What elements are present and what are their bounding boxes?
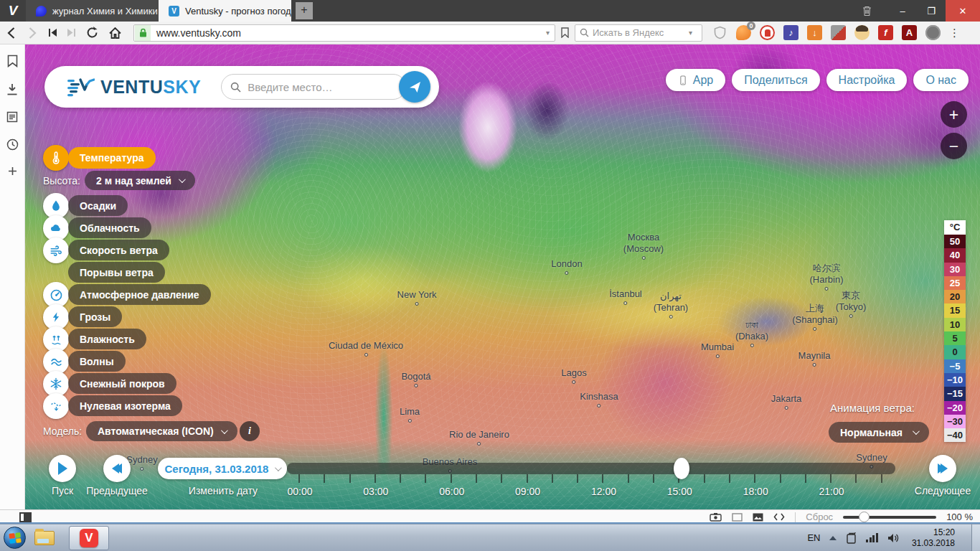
map-zoom-out-button[interactable]: − xyxy=(941,133,967,159)
layer-9[interactable]: Нулевая изотерма xyxy=(68,395,182,416)
model-info-button[interactable]: i xyxy=(240,421,260,441)
notes-panel-icon[interactable] xyxy=(6,111,18,123)
place-search-input[interactable]: Введите место… xyxy=(221,74,406,100)
flash-icon[interactable]: f xyxy=(878,25,893,40)
layer-2[interactable]: Скорость ветра xyxy=(68,240,169,260)
zoom-slider-knob[interactable] xyxy=(859,512,870,522)
rewind-button[interactable] xyxy=(43,28,62,37)
yandex-search-box[interactable]: Искать в Яндекс ▾ xyxy=(575,24,702,42)
address-dropdown-icon[interactable]: ▾ xyxy=(546,29,550,37)
tab-active[interactable]: VVentusky - прогноз погоды xyxy=(159,0,291,22)
geolocate-button[interactable] xyxy=(399,71,430,103)
bookmark-icon[interactable] xyxy=(561,27,569,38)
browser-menu-icon[interactable]: ⋮ xyxy=(949,27,961,39)
city-dot xyxy=(408,419,412,423)
wind-icon[interactable] xyxy=(43,237,69,263)
layer-icon-active[interactable] xyxy=(43,145,69,171)
previous-button[interactable] xyxy=(103,455,131,482)
layer-5[interactable]: Грозы xyxy=(68,306,122,327)
map-zoom-in-button[interactable]: + xyxy=(941,101,967,128)
restore-button[interactable]: ❐ xyxy=(917,0,946,22)
new-tab-button[interactable]: + xyxy=(296,2,313,19)
address-bar[interactable]: www.ventusky.com ▾ xyxy=(133,24,555,42)
forward-button[interactable] xyxy=(22,27,43,39)
model-select[interactable]: Автоматическая (ICON) xyxy=(86,421,237,441)
panel-toggle-icon[interactable] xyxy=(19,512,32,522)
taskbar-explorer-button[interactable] xyxy=(26,524,63,551)
city-label: New York xyxy=(397,289,437,306)
layer-4[interactable]: Атмосферное давление xyxy=(68,284,211,305)
nav-button-label: Поделиться xyxy=(744,74,807,87)
layer-1[interactable]: Облачность xyxy=(68,217,151,238)
layer-8[interactable]: Снежный покров xyxy=(68,373,176,394)
city-dot xyxy=(141,467,144,471)
browser-logo-icon[interactable]: V xyxy=(0,0,26,22)
guard-extension-icon[interactable] xyxy=(831,25,846,40)
taskbar-clock[interactable]: 15:20 31.03.2018 xyxy=(912,527,955,549)
avatar-extension-icon[interactable] xyxy=(854,25,870,40)
isotherm-icon[interactable] xyxy=(43,393,69,419)
start-button[interactable] xyxy=(4,527,26,549)
language-indicator[interactable]: EN xyxy=(807,532,820,543)
adblock-hand-icon[interactable] xyxy=(760,25,775,40)
close-button[interactable]: ✕ xyxy=(946,0,980,22)
reload-button[interactable] xyxy=(80,27,103,39)
timeline-bar[interactable] xyxy=(287,463,895,474)
page-tile-icon[interactable] xyxy=(732,513,743,522)
ssl-lock-icon[interactable] xyxy=(135,25,151,41)
action-center-icon[interactable] xyxy=(846,532,857,544)
city-label: Lima xyxy=(400,406,420,423)
fast-forward-button[interactable] xyxy=(62,28,80,37)
ventusky-logo[interactable]: VENTUSKY xyxy=(66,75,201,98)
closed-tabs-trash-icon[interactable] xyxy=(862,6,888,17)
layer-temperature[interactable]: Температура xyxy=(68,147,156,169)
history-panel-icon[interactable] xyxy=(6,138,19,151)
hidden-icons-button[interactable] xyxy=(829,536,837,540)
layer-3[interactable]: Порывы ветра xyxy=(68,262,165,283)
minimize-button[interactable]: – xyxy=(888,0,917,22)
music-extension-icon[interactable]: ♪ xyxy=(783,25,798,40)
layer-6[interactable]: Влажность xyxy=(68,329,146,349)
download-manager-icon[interactable]: ↓ xyxy=(807,25,822,40)
yandex-search-dropdown-icon[interactable]: ▾ xyxy=(689,29,692,37)
images-toggle-icon[interactable] xyxy=(753,513,763,522)
weather-map[interactable]: Москва(Moscow)LondonNew Yorkİstanbulتهرا… xyxy=(25,44,980,509)
legend-stop: 20 xyxy=(944,290,966,303)
wind-animation-label: Анимация ветра: xyxy=(830,402,915,414)
next-button[interactable] xyxy=(929,455,956,482)
nav-button-настройка[interactable]: Настройка xyxy=(826,69,908,91)
home-button[interactable] xyxy=(103,27,126,39)
height-select[interactable]: 2 м над землей xyxy=(85,171,195,190)
back-button[interactable] xyxy=(0,27,22,39)
url-text[interactable]: www.ventusky.com xyxy=(156,27,546,39)
windows-logo-icon xyxy=(9,532,21,544)
wind-animation-select[interactable]: Нормальная xyxy=(829,422,929,443)
timeline-time-label: 03:00 xyxy=(363,486,388,497)
media-extension-icon[interactable] xyxy=(925,25,941,40)
bookmarks-panel-icon[interactable] xyxy=(7,55,18,67)
zoom-slider[interactable] xyxy=(843,516,936,519)
layer-7[interactable]: Волны xyxy=(68,351,126,372)
shield-icon[interactable] xyxy=(712,25,727,40)
nav-button-о-нас[interactable]: О нас xyxy=(913,69,969,91)
city-label: Ciudad de México xyxy=(329,340,403,357)
network-icon[interactable] xyxy=(866,533,878,542)
layer-0[interactable]: Осадки xyxy=(68,195,128,216)
nav-button-поделиться[interactable]: Поделиться xyxy=(732,69,819,91)
date-select[interactable]: Сегодня, 31.03.2018 xyxy=(158,458,287,479)
add-panel-icon[interactable] xyxy=(8,166,17,176)
pdf-icon[interactable]: A xyxy=(902,25,917,40)
taskbar-browser-button[interactable]: V xyxy=(69,526,109,550)
volume-icon[interactable] xyxy=(887,533,900,543)
zoom-reset-label[interactable]: Сброс xyxy=(806,512,833,522)
play-button[interactable] xyxy=(49,455,76,482)
timeline-handle[interactable] xyxy=(674,458,689,479)
antivirus-icon[interactable]: 0 xyxy=(736,25,751,40)
nav-button-app[interactable]: App xyxy=(666,69,725,91)
downloads-panel-icon[interactable] xyxy=(6,83,18,95)
capture-page-icon[interactable] xyxy=(710,512,722,522)
page-actions-icon[interactable] xyxy=(773,513,785,521)
tab-inactive[interactable]: журнал Химия и Химики xyxy=(26,0,159,22)
wind-animation-value: Нормальная xyxy=(840,427,903,438)
show-desktop-button[interactable] xyxy=(971,524,980,551)
